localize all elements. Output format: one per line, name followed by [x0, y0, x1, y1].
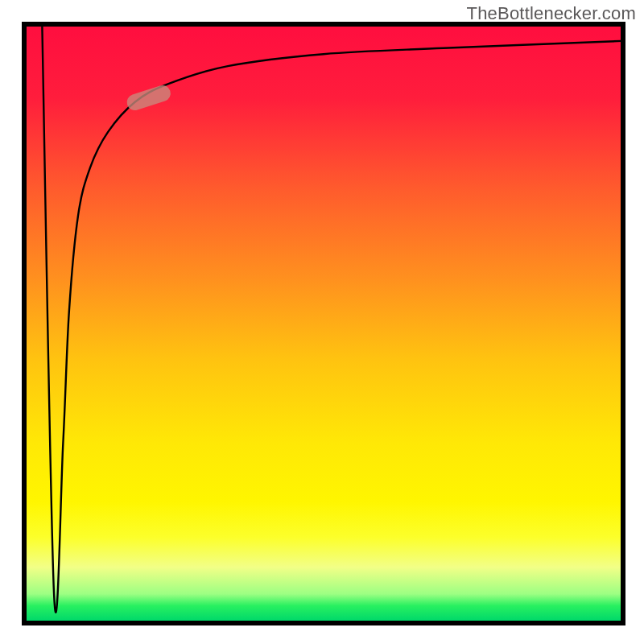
- plot-background: [27, 27, 621, 621]
- chart-svg: [0, 0, 644, 644]
- watermark-text: TheBottlenecker.com: [467, 3, 636, 24]
- chart-stage: TheBottlenecker.com: [0, 0, 644, 644]
